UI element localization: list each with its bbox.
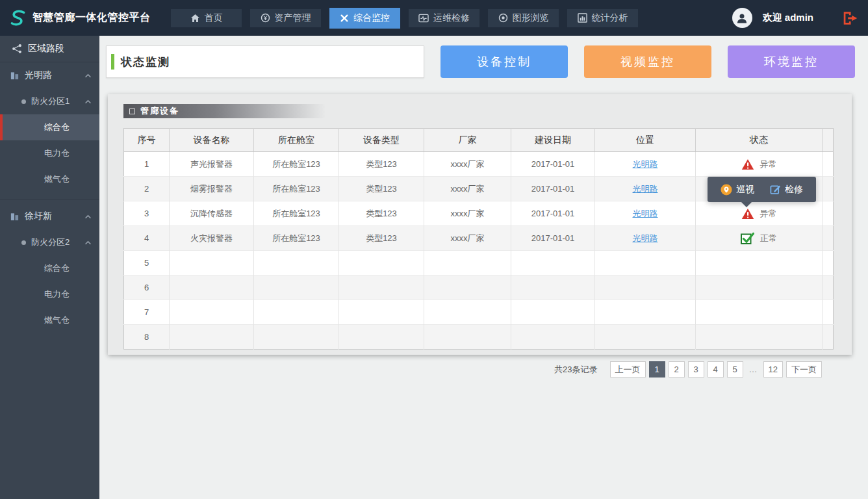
sidebar-item[interactable]: 燃气仓: [0, 307, 99, 333]
patrol-button[interactable]: 巡视: [721, 184, 754, 196]
cell-type: 类型123: [339, 177, 424, 201]
col-header: 厂家: [424, 129, 511, 152]
chevron-up-icon[interactable]: [84, 99, 92, 104]
patrol-label: 巡视: [736, 184, 754, 196]
cell-vendor: [424, 251, 511, 275]
cell-serial: 8: [124, 325, 170, 350]
cell-date: [511, 275, 595, 300]
next-page-button[interactable]: 下一页: [786, 361, 822, 377]
prev-page-button[interactable]: 上一页: [610, 361, 646, 377]
page-button[interactable]: 5: [727, 361, 743, 377]
cell-date: 2017-01-01: [511, 201, 595, 226]
page-button[interactable]: 2: [669, 361, 685, 377]
status-monitor-box: 状态监测: [106, 45, 424, 78]
cell-date: [511, 325, 595, 350]
square-bullet-icon: [129, 109, 135, 114]
cell-type: [339, 251, 424, 275]
cell-room: 所在舱室123: [254, 152, 339, 177]
cell-room: 所在舱室123: [254, 177, 339, 201]
chevron-up-icon[interactable]: [84, 214, 92, 219]
nav-item-assets[interactable]: 资产管理: [250, 9, 321, 27]
sidebar-road-item[interactable]: 徐圩新: [0, 203, 99, 229]
cell-vendor: [424, 325, 511, 350]
action-tooltip: 巡视 检修: [708, 177, 816, 202]
page-button-active[interactable]: 1: [649, 361, 665, 377]
col-header: 建设日期: [511, 129, 595, 152]
cell-serial: 7: [124, 300, 170, 325]
sidebar-road-item[interactable]: 光明路: [0, 62, 99, 88]
status-text: 异常: [760, 208, 777, 220]
sidebar-zone-item[interactable]: 防火分区2: [0, 229, 99, 255]
cell-serial: 1: [124, 152, 170, 177]
page-button[interactable]: 3: [688, 361, 704, 377]
check-icon: [741, 232, 754, 244]
cell-date: [511, 300, 595, 325]
cell-status: 正常: [696, 226, 823, 251]
toolbar: 状态监测 设备控制 视频监控 环境监控: [106, 45, 855, 78]
warning-icon: [741, 159, 754, 170]
warning-icon: [741, 208, 754, 220]
logo-area: 智慧管廊一体化管控平台: [0, 9, 171, 27]
env-monitor-button[interactable]: 环境监控: [728, 45, 855, 78]
table-spacer-cell: [823, 226, 834, 251]
sidebar-item[interactable]: 综合仓: [0, 114, 99, 140]
cell-serial: 3: [124, 201, 170, 226]
avatar[interactable]: [732, 8, 752, 28]
cell-type: [339, 275, 424, 300]
scope-icon: [498, 13, 508, 23]
cell-room: [254, 325, 339, 350]
nav-label: 首页: [205, 12, 223, 24]
cell-device-name: 火灾报警器: [170, 226, 254, 251]
cell-status: 异常: [696, 152, 823, 177]
pulse-icon: [418, 14, 429, 23]
cell-status: 异常: [696, 201, 823, 226]
cell-location: 光明路: [595, 201, 696, 226]
bullet-icon: [21, 99, 26, 104]
location-link[interactable]: 光明路: [633, 159, 658, 169]
cell-type: [339, 300, 424, 325]
records-total: 共23条记录: [554, 364, 597, 376]
table-spacer-cell: [823, 275, 834, 300]
status-text: 正常: [760, 233, 777, 244]
road-label: 光明路: [25, 70, 52, 81]
nav-item-home[interactable]: 首页: [171, 9, 242, 27]
col-header: 所在舱室: [254, 129, 339, 152]
repair-button[interactable]: 检修: [770, 184, 803, 196]
cell-vendor: xxxx厂家: [424, 152, 511, 177]
pagination: 共23条记录 上一页 1 2 3 4 5 … 12 下一页: [99, 361, 822, 377]
video-monitor-button[interactable]: 视频监控: [584, 45, 711, 78]
sidebar-zone-item[interactable]: 防火分区1: [0, 88, 99, 114]
cell-device-name: [170, 300, 254, 325]
nav-item-maintenance[interactable]: 运维检修: [409, 9, 479, 27]
col-header: 序号: [124, 129, 170, 152]
main-content: 状态监测 设备控制 视频监控 环境监控 管廊设备 序号 设备名称: [99, 36, 868, 499]
sidebar-item[interactable]: 电力仓: [0, 281, 99, 307]
cell-vendor: xxxx厂家: [424, 226, 511, 251]
location-link[interactable]: 光明路: [633, 233, 658, 243]
cell-status: [696, 325, 823, 350]
nav-item-graphics[interactable]: 图形浏览: [488, 9, 559, 27]
location-link[interactable]: 光明路: [633, 209, 658, 218]
page-button[interactable]: 4: [708, 361, 724, 377]
sidebar: 区域路段 光明路 防火分区1 综合仓 电力仓 燃气仓 徐圩新: [0, 36, 99, 499]
nav-item-statistics[interactable]: 统计分析: [567, 9, 638, 27]
location-link[interactable]: 光明路: [633, 184, 658, 194]
cell-vendor: [424, 275, 511, 300]
page-ellipsis[interactable]: …: [747, 365, 760, 374]
logout-icon[interactable]: [842, 11, 859, 25]
nav-label: 资产管理: [275, 12, 311, 24]
network-icon: [12, 44, 22, 54]
page-button[interactable]: 12: [763, 361, 783, 377]
cell-location: [595, 300, 696, 325]
sidebar-item[interactable]: 电力仓: [0, 140, 99, 166]
table-spacer-cell: [823, 201, 834, 226]
sidebar-item[interactable]: 燃气仓: [0, 166, 99, 192]
road-label: 徐圩新: [25, 211, 52, 222]
device-control-button[interactable]: 设备控制: [440, 45, 568, 78]
chevron-up-icon[interactable]: [84, 240, 92, 245]
chevron-up-icon[interactable]: [84, 73, 92, 78]
table-row: 8: [124, 325, 834, 350]
nav-item-monitoring[interactable]: 综合监控: [329, 8, 400, 29]
sidebar-item[interactable]: 综合仓: [0, 255, 99, 281]
cell-device-name: [170, 251, 254, 275]
